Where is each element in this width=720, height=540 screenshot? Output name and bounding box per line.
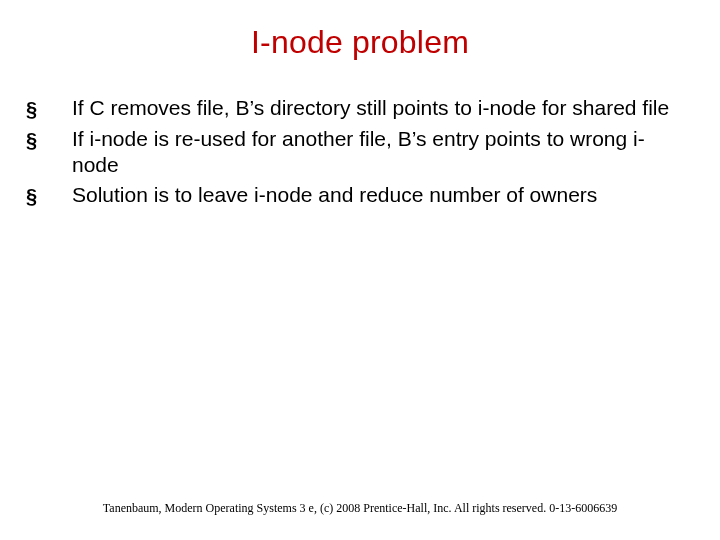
bullet-icon: § <box>26 126 72 153</box>
bullet-text: If i-node is re-used for another file, B… <box>72 126 680 178</box>
page-title: I-node problem <box>0 24 720 61</box>
footer-citation: Tanenbaum, Modern Operating Systems 3 e,… <box>0 501 720 516</box>
list-item: § If i-node is re-used for another file,… <box>26 126 680 178</box>
bullet-icon: § <box>26 95 72 122</box>
bullet-icon: § <box>26 182 72 209</box>
list-item: § Solution is to leave i-node and reduce… <box>26 182 680 209</box>
bullet-list: § If C removes file, B’s directory still… <box>0 95 720 209</box>
list-item: § If C removes file, B’s directory still… <box>26 95 680 122</box>
bullet-text: Solution is to leave i-node and reduce n… <box>72 182 680 208</box>
bullet-text: If C removes file, B’s directory still p… <box>72 95 680 121</box>
slide: I-node problem § If C removes file, B’s … <box>0 0 720 540</box>
